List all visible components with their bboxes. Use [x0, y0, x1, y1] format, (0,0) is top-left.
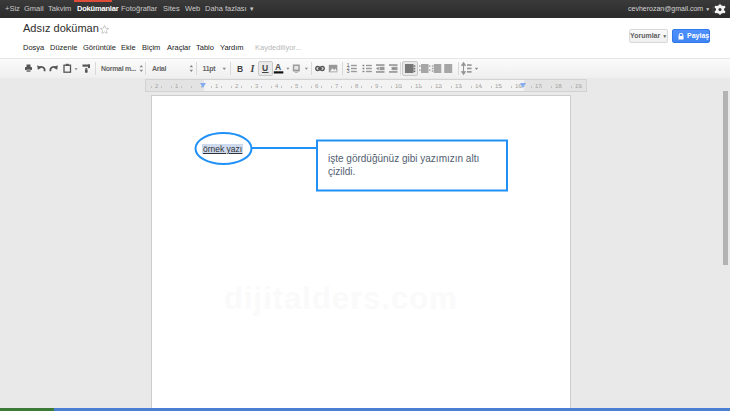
svg-text:U: U — [262, 63, 268, 73]
svg-text:3: 3 — [347, 68, 350, 74]
svg-text:Normal m...: Normal m... — [101, 65, 136, 72]
svg-text:11pt: 11pt — [203, 65, 217, 73]
svg-text:I: I — [250, 63, 256, 74]
svg-text:B: B — [237, 64, 243, 74]
svg-text:Arial: Arial — [152, 65, 166, 72]
svg-text:A: A — [275, 62, 281, 72]
